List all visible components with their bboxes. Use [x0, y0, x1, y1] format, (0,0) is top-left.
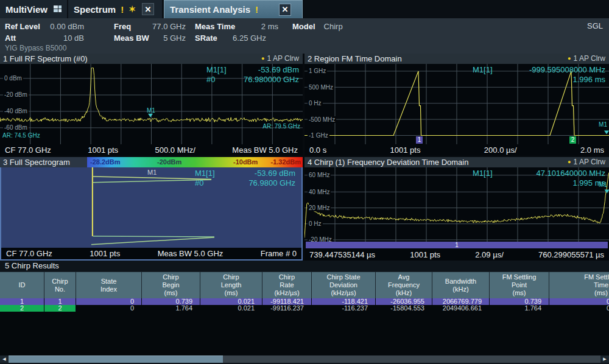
chirp-deviation-chart[interactable]: 60 MHz 40 MHz 20 MHz 0 Hz -20 MHz M1[1]4… — [304, 167, 609, 242]
tab-bar: MultiView Spectrum ! ✶ ✕ Transient Analy… — [0, 0, 609, 18]
star-icon: ✶ — [128, 4, 136, 14]
option-yig-bypass: YIG Bypass B5000 — [5, 44, 66, 52]
tab-label: Spectrum — [74, 4, 116, 15]
window-title: 4 Chirp (1) Frequency Deviation Time Dom… — [308, 158, 468, 167]
scroll-right-arrow-icon[interactable]: ▶ — [600, 355, 609, 363]
field-model[interactable]: Model Chirp — [292, 21, 390, 32]
table-row[interactable]: 1100.7390.021-99118.421-118.421-26036.95… — [0, 298, 609, 305]
y-tick: 1 GHz — [308, 68, 327, 74]
table-cell: -15804.553 — [376, 305, 432, 312]
window-title: 1 Full RF Spectrum (#0) — [3, 54, 88, 63]
table-cell: 2049406.661 — [432, 305, 489, 312]
trace-badge: ● 1 AP Clrw — [568, 54, 605, 64]
scale-min: -28.2dBm — [90, 158, 121, 167]
window-title: 3 Full Spectrogram — [3, 158, 70, 167]
analysis-region-stop: AR: 79.5 GHz — [262, 123, 300, 130]
marker-m1-label: M1 — [599, 182, 607, 188]
window-full-spectrogram: 3 Full Spectrogram -28.2dBm -20dBm -10dB… — [0, 157, 303, 261]
field-ref-level[interactable]: Ref Level 0.00 dBm — [5, 21, 84, 32]
y-tick: -20 dBm — [3, 91, 29, 98]
table-cell: -99116.237 — [262, 305, 311, 312]
column-header-4: Chirp Begin (ms) — [142, 272, 200, 298]
trace-dot-icon: ● — [261, 54, 264, 64]
chart-footer: CF 77.0 GHz1001 pts Meas BW 5.0 GHzFrame… — [1, 248, 301, 259]
marker-m1-label: M1 — [599, 122, 607, 128]
settings-header: Ref Level 0.00 dBm Freq 77.0 GHz Meas Ti… — [0, 18, 609, 54]
y-tick: -1 GHz — [308, 132, 329, 139]
window-region-fm-time-domain: 2 Region FM Time Domain ● 1 AP Clrw 1 GH… — [304, 54, 609, 156]
window-title-bar[interactable]: 1 Full RF Spectrum (#0) ● 1 AP Clrw — [0, 54, 303, 64]
window-chirp-frequency-deviation: 4 Chirp (1) Frequency Deviation Time Dom… — [304, 157, 609, 261]
column-header-2: Chirp No. — [44, 272, 76, 298]
column-header-1: ID — [0, 272, 44, 298]
window-title[interactable]: 5 Chirp Results — [0, 261, 609, 271]
y-tick: 0 Hz — [308, 220, 323, 227]
warning-icon: ! — [255, 4, 258, 15]
window-title-bar[interactable]: 3 Full Spectrogram -28.2dBm -20dBm -10dB… — [0, 157, 303, 167]
y-tick: -40 dBm — [3, 108, 29, 114]
scale-max: -1.32dBm — [270, 158, 301, 167]
table-cell: -116.237 — [312, 305, 375, 312]
y-tick: -500 MHz — [308, 116, 336, 123]
trace-badge: ● 1 AP Clrw — [568, 157, 605, 167]
table-cell: 0 — [549, 305, 609, 312]
fm-time-chart[interactable]: 1 GHz 500 MHz 0 Hz -500 MHz -1 GHz M1[1]… — [304, 64, 609, 144]
rf-spectrum-chart[interactable]: 0 dBm -20 dBm -40 dBm -60 dBm M1[1]-53.6… — [0, 64, 303, 144]
table-cell: 2 — [0, 305, 44, 312]
tab-multiview[interactable]: MultiView — [0, 0, 67, 18]
tab-transient-analysis[interactable]: Transient Analysis ! ✕ — [164, 0, 303, 18]
marker-readout: M1[1]-53.69 dBm #076.980000 GHz — [206, 65, 299, 85]
marker-readout: M1[1]-999.595008000 MHz 1.996 ms — [473, 65, 605, 85]
trace-dot-icon: ● — [568, 157, 571, 167]
tab-label: MultiView — [5, 4, 48, 15]
analysis-region-start: AR: 74.5 GHz — [2, 132, 40, 139]
multiview-grid-icon — [54, 5, 62, 13]
y-tick: -20 MHz — [308, 236, 333, 242]
y-tick: 20 MHz — [308, 205, 331, 211]
column-header-9: Bandwidth (kHz) — [432, 272, 489, 298]
chart-footer: 0.0 s1001 pts 200.0 µs/2.0 ms — [304, 144, 609, 156]
spectrogram-chart[interactable]: M1 M1[1]-53.69 dBm #076.9800 GHz — [1, 167, 301, 247]
chart-footer: CF 77.0 GHz1001 pts 500.0 MHz/Meas BW 5.… — [0, 144, 303, 156]
y-tick: 40 MHz — [308, 189, 331, 195]
field-meas-bw[interactable]: Meas BW 5 GHz — [114, 33, 186, 43]
column-header-7: Chirp State Deviation (kHz/µs) — [312, 272, 375, 298]
field-freq[interactable]: Freq 77.0 GHz — [114, 21, 186, 32]
table-body: 1100.7390.021-99118.421-118.421-26036.95… — [0, 298, 609, 312]
y-tick: 0 Hz — [308, 100, 323, 107]
column-header-8: Avg Frequency (kHz) — [376, 272, 432, 298]
table-cell: 1.764 — [490, 305, 549, 312]
scale-mid2: -10dBm — [233, 158, 258, 167]
marker-readout: M1[1]47.101640000 MHz 1.995 ms — [473, 169, 605, 188]
close-icon[interactable]: ✕ — [142, 3, 154, 15]
scrollbar-thumb[interactable] — [9, 355, 223, 363]
tab-spectrum[interactable]: Spectrum ! ✶ ✕ — [68, 0, 162, 18]
scale-mid1: -20dBm — [157, 158, 181, 167]
y-tick: 0 dBm — [3, 75, 23, 82]
y-tick: -60 dBm — [3, 124, 29, 131]
table-cell: 1.764 — [142, 305, 200, 312]
warning-icon: ! — [121, 4, 124, 15]
window-title-bar[interactable]: 4 Chirp (1) Frequency Deviation Time Dom… — [304, 157, 609, 167]
window-title-bar[interactable]: 2 Region FM Time Domain ● 1 AP Clrw — [304, 54, 609, 64]
close-icon[interactable]: ✕ — [279, 4, 291, 16]
marker-readout: M1[1]-53.69 dBm #076.9800 GHz — [195, 169, 295, 188]
table-header-row: IDChirp No.State IndexChirp Begin (ms)Ch… — [0, 271, 609, 298]
window-full-rf-spectrum: 1 Full RF Spectrum (#0) ● 1 AP Clrw 0 dB… — [0, 54, 303, 156]
table-cell: 2 — [44, 305, 76, 312]
chart-footer: 739.447535144 µs1001 pts 2.09 µs/760.299… — [304, 249, 609, 261]
window-title: 2 Region FM Time Domain — [308, 54, 402, 63]
y-tick: 500 MHz — [308, 84, 334, 91]
scroll-left-arrow-icon[interactable]: ◀ — [0, 355, 9, 363]
horizontal-scrollbar[interactable]: ◀ ▶ — [0, 355, 609, 363]
column-header-3: State Index — [76, 272, 141, 298]
table-cell: 0 — [76, 305, 141, 312]
field-srate[interactable]: SRate 6.25 GHz — [195, 33, 266, 43]
y-tick: 60 MHz — [308, 172, 331, 178]
table-row[interactable]: 2201.7640.021-99116.237-116.237-15804.55… — [0, 305, 609, 312]
field-meas-time[interactable]: Meas Time 2 ms — [195, 21, 278, 32]
chirp-region-bar: 1 — [306, 242, 608, 248]
column-header-11: FM Settling Time (ms) — [549, 272, 609, 298]
field-att[interactable]: Att 10 dB — [5, 33, 84, 43]
window-chirp-results: 5 Chirp Results IDChirp No.State IndexCh… — [0, 261, 609, 355]
